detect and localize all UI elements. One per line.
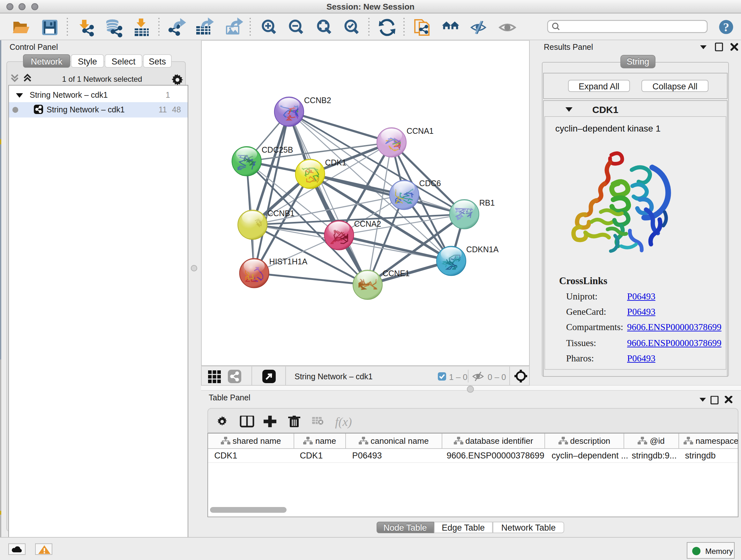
svg-text:HIST1H1A: HIST1H1A — [269, 257, 307, 266]
svg-text:CDC6: CDC6 — [419, 179, 441, 188]
svg-text:CCNB2: CCNB2 — [304, 96, 331, 105]
svg-text:CDC25B: CDC25B — [261, 145, 293, 154]
svg-text:CCNA2: CCNA2 — [354, 219, 381, 228]
svg-text:RB1: RB1 — [479, 198, 495, 207]
svg-text:f(x): f(x) — [335, 416, 352, 428]
svg-text:CDKN1A: CDKN1A — [466, 245, 498, 254]
svg-text:?: ? — [723, 20, 729, 34]
svg-text:CCNB1: CCNB1 — [267, 209, 294, 218]
svg-text:CCNE1: CCNE1 — [382, 269, 409, 278]
svg-text:Memory: Memory — [705, 547, 733, 556]
svg-text:CCNA1: CCNA1 — [406, 126, 433, 135]
svg-text:CDK1: CDK1 — [325, 158, 346, 167]
